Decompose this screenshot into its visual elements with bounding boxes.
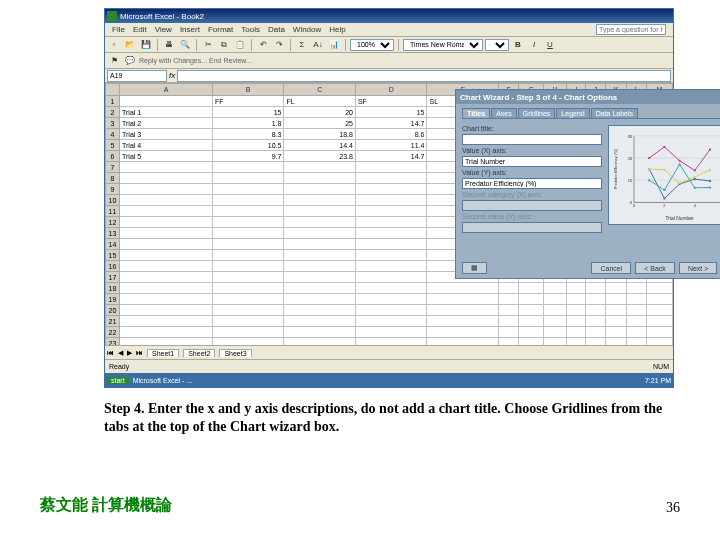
redo-icon[interactable]: ↷ — [272, 38, 286, 52]
row-header[interactable]: 3 — [106, 118, 120, 129]
cell[interactable] — [212, 261, 284, 272]
row-header[interactable]: 10 — [106, 195, 120, 206]
cell[interactable] — [519, 283, 544, 294]
cell[interactable] — [355, 283, 427, 294]
cell[interactable] — [212, 184, 284, 195]
cell[interactable] — [284, 195, 356, 206]
menu-help[interactable]: Help — [326, 25, 348, 34]
formula-input[interactable] — [177, 70, 671, 82]
cell[interactable] — [498, 316, 518, 327]
cell[interactable] — [586, 316, 605, 327]
cell[interactable] — [120, 206, 213, 217]
cell[interactable] — [646, 338, 672, 346]
row-header[interactable]: 1 — [106, 96, 120, 107]
menu-view[interactable]: View — [152, 25, 175, 34]
sum-icon[interactable]: Σ — [295, 38, 309, 52]
cell[interactable] — [212, 272, 284, 283]
paste-icon[interactable]: 📋 — [233, 38, 247, 52]
name-box[interactable]: A19 — [107, 70, 167, 82]
cell[interactable] — [567, 316, 586, 327]
cell[interactable]: 9.7 — [212, 151, 284, 162]
cell[interactable] — [605, 294, 627, 305]
tab-axes[interactable]: Axes — [491, 108, 517, 118]
row-header[interactable]: 22 — [106, 327, 120, 338]
cell[interactable]: 14.7 — [355, 151, 427, 162]
cell[interactable] — [519, 305, 544, 316]
cell[interactable] — [355, 195, 427, 206]
cell[interactable] — [627, 316, 646, 327]
cell[interactable]: SF — [355, 96, 427, 107]
cell[interactable]: Trial 1 — [120, 107, 213, 118]
menu-window[interactable]: Window — [290, 25, 324, 34]
tab-gridlines[interactable]: Gridlines — [518, 108, 556, 118]
copy-icon[interactable]: ⧉ — [217, 38, 231, 52]
cell[interactable]: Trial 4 — [120, 140, 213, 151]
row-header[interactable]: 13 — [106, 228, 120, 239]
cell[interactable] — [284, 305, 356, 316]
cell[interactable] — [605, 327, 627, 338]
row-header[interactable]: 12 — [106, 217, 120, 228]
cell[interactable] — [646, 294, 672, 305]
cell[interactable]: 8.6 — [355, 129, 427, 140]
cell[interactable] — [427, 283, 499, 294]
cell[interactable] — [284, 272, 356, 283]
cell[interactable] — [355, 316, 427, 327]
cell[interactable] — [646, 305, 672, 316]
cell[interactable] — [212, 195, 284, 206]
cell[interactable] — [284, 327, 356, 338]
cell[interactable] — [120, 217, 213, 228]
font-select[interactable]: Times New Roman — [403, 39, 483, 51]
cell[interactable] — [212, 217, 284, 228]
cell[interactable]: FL — [284, 96, 356, 107]
cell[interactable] — [544, 305, 567, 316]
row-header[interactable]: 2 — [106, 107, 120, 118]
sheet-tab-3[interactable]: Sheet3 — [219, 349, 251, 357]
cell[interactable] — [427, 305, 499, 316]
col-header[interactable]: A — [120, 84, 213, 96]
cell[interactable] — [605, 316, 627, 327]
cell[interactable] — [605, 338, 627, 346]
font-size-select[interactable]: 10 — [485, 39, 509, 51]
cell[interactable] — [519, 316, 544, 327]
cell[interactable] — [355, 338, 427, 346]
cell[interactable] — [586, 283, 605, 294]
cell[interactable] — [284, 294, 356, 305]
menu-edit[interactable]: Edit — [130, 25, 150, 34]
cell[interactable] — [212, 294, 284, 305]
cell[interactable] — [212, 162, 284, 173]
sheet-tab-2[interactable]: Sheet2 — [183, 349, 215, 357]
cell[interactable] — [646, 327, 672, 338]
cell[interactable] — [544, 327, 567, 338]
cell[interactable] — [120, 327, 213, 338]
cell[interactable] — [627, 338, 646, 346]
cell[interactable] — [646, 316, 672, 327]
tab-data-labels[interactable]: Data Labels — [591, 108, 638, 118]
cell[interactable] — [567, 338, 586, 346]
cell[interactable] — [498, 338, 518, 346]
cell[interactable]: 20 — [284, 107, 356, 118]
col-header[interactable]: D — [355, 84, 427, 96]
flag-icon[interactable]: ⚑ — [107, 54, 121, 68]
cell[interactable] — [120, 195, 213, 206]
fx-icon[interactable]: fx — [169, 71, 175, 80]
nav-next-icon[interactable]: ▶ — [127, 349, 132, 357]
row-header[interactable]: 11 — [106, 206, 120, 217]
cell[interactable] — [544, 294, 567, 305]
menu-file[interactable]: File — [109, 25, 128, 34]
zoom-select[interactable]: 100% — [350, 39, 394, 51]
cell[interactable] — [519, 294, 544, 305]
underline-icon[interactable]: U — [543, 38, 557, 52]
cell[interactable] — [212, 316, 284, 327]
cell[interactable] — [427, 316, 499, 327]
row-header[interactable]: 5 — [106, 140, 120, 151]
cell[interactable] — [427, 338, 499, 346]
cell[interactable] — [284, 239, 356, 250]
cell[interactable] — [120, 294, 213, 305]
start-button[interactable]: start — [107, 377, 129, 384]
row-header[interactable]: 23 — [106, 338, 120, 346]
cut-icon[interactable]: ✂ — [201, 38, 215, 52]
cell[interactable] — [498, 327, 518, 338]
menu-insert[interactable]: Insert — [177, 25, 203, 34]
cell[interactable] — [586, 327, 605, 338]
chart-icon[interactable]: 📊 — [327, 38, 341, 52]
